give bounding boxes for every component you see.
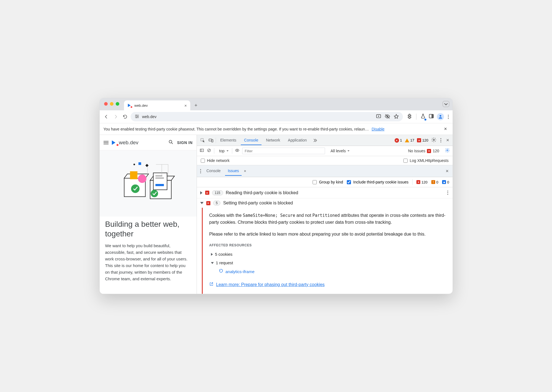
browser-toolbar: web.dev	[100, 110, 453, 123]
tab-network[interactable]: Network	[263, 136, 283, 145]
drawer-close-button[interactable]: ×	[444, 168, 450, 174]
browser-window: web.dev × + web.dev	[99, 98, 453, 294]
close-tab-button[interactable]: ×	[184, 103, 187, 108]
favicon-icon	[127, 103, 132, 108]
svg-point-8	[169, 140, 172, 143]
devtools-settings-icon[interactable]	[431, 137, 437, 143]
log-xhr-checkbox[interactable]: Log XMLHttpRequests	[403, 158, 449, 163]
page-text: Building a better web, together We want …	[100, 217, 197, 289]
more-tabs-button[interactable]	[311, 137, 318, 144]
svg-point-12	[131, 185, 140, 193]
chrome-menu-button[interactable]	[447, 114, 450, 120]
console-settings-icon[interactable]	[445, 148, 450, 154]
browser-tab[interactable]: web.dev ×	[124, 100, 190, 110]
devtools-menu-button[interactable]	[439, 137, 442, 143]
banner-disable-link[interactable]: Disable	[372, 127, 385, 131]
issue-row[interactable]: × 5 Setting third-party cookie is blocke…	[197, 198, 453, 208]
hide-network-checkbox[interactable]: Hide network	[201, 158, 230, 163]
menu-button[interactable]	[104, 141, 109, 144]
toggle-sidebar-icon[interactable]	[200, 148, 204, 154]
back-button[interactable]	[102, 113, 110, 121]
issues-toolbar: Group by kind Include third-party cookie…	[197, 177, 453, 187]
collapse-icon[interactable]	[200, 202, 204, 204]
separator	[232, 148, 232, 154]
svg-rect-20	[139, 162, 141, 165]
status-errors[interactable]: ×1	[395, 138, 402, 143]
collapse-icon[interactable]	[211, 262, 214, 264]
fullscreen-window-button[interactable]	[116, 102, 119, 106]
side-panel-icon[interactable]	[429, 113, 434, 120]
issue-description: Cookies with the SameSite=None; Secure a…	[209, 212, 446, 226]
status-issues[interactable]: ×120	[417, 138, 428, 142]
brand-logo-icon	[112, 140, 117, 145]
profile-avatar[interactable]	[437, 113, 444, 120]
drawer-tab-bar: Console Issues × ×	[197, 165, 453, 177]
eye-off-icon[interactable]	[385, 114, 390, 120]
tab-elements[interactable]: Elements	[217, 136, 240, 145]
reload-button[interactable]	[121, 113, 129, 121]
minimize-window-button[interactable]	[110, 102, 113, 106]
issues-count-warnings: !0	[431, 180, 438, 184]
affected-cookies[interactable]: 5 cookies	[211, 250, 446, 258]
affected-resources-heading: AFFECTED RESOURCES	[209, 243, 446, 248]
clear-console-icon[interactable]	[207, 148, 211, 154]
address-bar[interactable]: web.dev	[131, 112, 403, 121]
expand-icon[interactable]	[200, 191, 202, 194]
issue-row[interactable]: × 115 Reading third-party cookie is bloc…	[197, 187, 453, 198]
levels-dropdown[interactable]: All levels	[331, 149, 350, 153]
request-icon	[219, 268, 223, 275]
drawer-menu-button[interactable]	[199, 168, 202, 174]
devtools-close-button[interactable]: ×	[445, 137, 450, 143]
forward-button[interactable]	[112, 113, 120, 121]
svg-point-27	[237, 150, 238, 151]
issue-severity-icon: ×	[206, 201, 210, 205]
search-button[interactable]	[168, 139, 174, 146]
status-warnings[interactable]: 17	[405, 138, 414, 142]
tab-application[interactable]: Application	[285, 136, 310, 145]
new-tab-button[interactable]: +	[192, 101, 200, 110]
affected-request-item[interactable]: analytics-iframe	[211, 267, 446, 275]
issue-count: 115	[212, 190, 223, 195]
svg-rect-14	[153, 173, 167, 190]
issue-menu-button[interactable]	[446, 190, 449, 196]
svg-point-11	[138, 175, 147, 183]
affected-resources-list: 5 cookies 1 request analytics-iframe	[209, 250, 446, 275]
device-toolbar-icon[interactable]	[207, 137, 215, 144]
drawer-tab-console[interactable]: Console	[204, 166, 223, 176]
page-body: We want to help you build beautiful, acc…	[105, 242, 191, 282]
bookmark-star-icon[interactable]	[393, 114, 399, 120]
page-heading: Building a better web, together	[105, 219, 191, 239]
banner-text: You have enabled testing third-party coo…	[104, 127, 369, 131]
drawer-tab-close-button[interactable]: ×	[244, 169, 246, 173]
separator	[416, 114, 416, 120]
live-expression-icon[interactable]	[235, 148, 239, 154]
include-3p-checkbox[interactable]: Include third-party cookie issues	[347, 180, 408, 184]
issues-count-errors: ×120	[416, 180, 427, 184]
issues-indicator[interactable]: No Issues × 120	[408, 149, 439, 153]
tab-console[interactable]: Console	[241, 136, 262, 145]
banner-close-button[interactable]: ×	[442, 126, 449, 132]
site-controls-icon[interactable]	[134, 114, 139, 120]
labs-icon[interactable]	[420, 113, 426, 120]
context-selector[interactable]: top	[217, 149, 229, 153]
issue-severity-icon: ×	[205, 191, 209, 195]
sign-in-button[interactable]: SIGN IN	[177, 140, 192, 145]
learn-more-link[interactable]: Learn more: Prepare for phasing out thir…	[209, 281, 446, 288]
url-text: web.dev	[142, 114, 157, 119]
drawer-tab-issues[interactable]: Issues	[225, 166, 242, 176]
external-link-icon	[209, 281, 213, 288]
install-app-icon[interactable]	[376, 114, 381, 120]
close-window-button[interactable]	[104, 102, 108, 106]
extensions-icon[interactable]	[407, 113, 412, 120]
console-toolbar: top All levels No Issues × 120	[197, 146, 453, 156]
toolbar-right	[407, 113, 450, 120]
affected-requests[interactable]: 1 request	[211, 258, 446, 267]
tabs-dropdown-button[interactable]	[443, 101, 449, 107]
svg-point-19	[133, 164, 135, 165]
separator	[216, 138, 216, 143]
expand-icon[interactable]	[211, 253, 213, 256]
site-brand[interactable]: web.dev	[112, 140, 139, 146]
filter-input[interactable]	[242, 148, 325, 154]
inspect-element-icon[interactable]	[199, 137, 206, 144]
group-by-kind-checkbox[interactable]: Group by kind	[313, 180, 343, 184]
